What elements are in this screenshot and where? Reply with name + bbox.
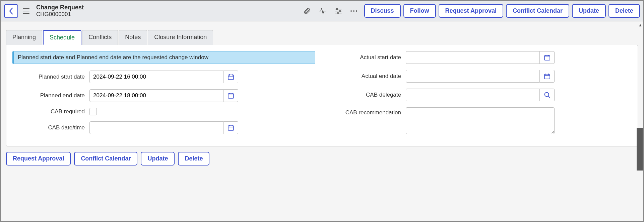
row-actual-start: Actual start date: [329, 51, 632, 64]
calendar-icon: [544, 73, 551, 80]
row-cab-delegate: CAB delegate: [329, 89, 632, 101]
discuss-button[interactable]: Discuss: [364, 4, 401, 18]
label-cab-required: CAB required: [12, 108, 89, 115]
row-planned-start: Planned start date: [12, 71, 315, 83]
tab-planning[interactable]: Planning: [6, 30, 42, 45]
svg-point-5: [356, 10, 357, 12]
update-button[interactable]: Update: [572, 4, 606, 18]
cab-required-checkbox[interactable]: [89, 108, 97, 115]
svg-rect-6: [228, 75, 234, 80]
actual-start-input[interactable]: [406, 51, 540, 64]
calendar-icon: [228, 124, 234, 131]
menu-icon[interactable]: [21, 7, 31, 15]
left-column: Planned start date and Planned end date …: [12, 51, 315, 140]
bottom-conflict-calendar-button[interactable]: Conflict Calendar: [74, 152, 137, 165]
svg-point-2: [337, 12, 338, 13]
planned-end-input[interactable]: [89, 89, 223, 102]
cab-recommendation-input[interactable]: [406, 107, 555, 134]
calendar-icon: [544, 54, 551, 61]
attachment-icon[interactable]: [303, 7, 311, 15]
label-planned-end: Planned end date: [12, 92, 89, 99]
header-icon-group: [303, 7, 358, 15]
label-planned-start: Planned start date: [12, 74, 89, 80]
label-actual-end: Actual end date: [329, 73, 406, 80]
label-actual-start: Actual start date: [329, 54, 406, 61]
actual-end-input[interactable]: [406, 70, 540, 83]
label-cab-datetime: CAB date/time: [12, 124, 89, 131]
bottom-update-button[interactable]: Update: [141, 152, 175, 165]
actual-end-calendar-button[interactable]: [540, 70, 555, 83]
svg-rect-10: [544, 74, 550, 79]
bottom-button-group: Request Approval Conflict Calendar Updat…: [6, 152, 638, 165]
page-title: Change Request: [36, 4, 300, 11]
cab-datetime-input[interactable]: [89, 121, 223, 134]
calendar-icon: [228, 92, 234, 99]
svg-point-0: [336, 8, 337, 9]
row-cab-recommendation: CAB recommendation: [329, 107, 632, 134]
actual-start-calendar-button[interactable]: [540, 51, 555, 64]
label-cab-delegate: CAB delegate: [329, 92, 406, 98]
svg-rect-8: [228, 126, 234, 130]
svg-rect-7: [228, 94, 234, 98]
row-cab-required: CAB required: [12, 108, 315, 115]
cab-datetime-calendar-button[interactable]: [223, 121, 238, 134]
scrollbar-thumb[interactable]: [637, 128, 643, 171]
delete-button[interactable]: Delete: [608, 4, 640, 18]
bottom-request-approval-button[interactable]: Request Approval: [6, 152, 71, 165]
request-approval-button[interactable]: Request Approval: [439, 4, 503, 18]
header-bar: Change Request CHG0000001 Discuss Follow…: [1, 1, 643, 21]
scroll-up-arrow-icon[interactable]: ▲: [638, 23, 642, 27]
planned-start-input[interactable]: [89, 71, 223, 83]
row-planned-end: Planned end date: [12, 89, 315, 102]
cab-delegate-lookup-button[interactable]: [540, 89, 555, 101]
svg-point-4: [353, 10, 355, 12]
record-number: CHG0000001: [36, 11, 300, 18]
activity-icon[interactable]: [319, 8, 327, 14]
back-button[interactable]: [4, 4, 18, 18]
planned-end-calendar-button[interactable]: [223, 89, 238, 102]
tab-closure[interactable]: Closure Information: [148, 30, 213, 45]
title-block: Change Request CHG0000001: [36, 4, 300, 18]
conflict-calendar-button[interactable]: Conflict Calendar: [506, 4, 569, 18]
calendar-icon: [228, 74, 234, 80]
tab-strip: Planning Schedule Conflicts Notes Closur…: [6, 30, 638, 45]
svg-point-3: [350, 10, 352, 12]
planned-start-calendar-button[interactable]: [223, 71, 238, 83]
content-area: Planning Schedule Conflicts Notes Closur…: [1, 21, 643, 221]
cab-delegate-input[interactable]: [406, 89, 540, 101]
header-button-group: Discuss Follow Request Approval Conflict…: [364, 4, 640, 18]
tab-notes[interactable]: Notes: [119, 30, 147, 45]
row-actual-end: Actual end date: [329, 70, 632, 83]
info-banner: Planned start date and Planned end date …: [12, 51, 315, 64]
search-icon: [544, 92, 551, 98]
chevron-left-icon: [9, 7, 13, 15]
bottom-delete-button[interactable]: Delete: [178, 152, 209, 165]
tab-body-schedule: Planned start date and Planned end date …: [6, 45, 638, 146]
svg-rect-9: [544, 56, 550, 60]
right-column: Actual start date Actual end date: [329, 51, 632, 140]
more-icon[interactable]: [350, 10, 358, 12]
tab-conflicts[interactable]: Conflicts: [82, 30, 118, 45]
follow-button[interactable]: Follow: [403, 4, 436, 18]
label-cab-recommendation: CAB recommendation: [329, 107, 406, 116]
svg-point-1: [339, 10, 340, 11]
tab-schedule[interactable]: Schedule: [43, 30, 81, 45]
row-cab-datetime: CAB date/time: [12, 121, 315, 134]
settings-sliders-icon[interactable]: [335, 8, 342, 14]
